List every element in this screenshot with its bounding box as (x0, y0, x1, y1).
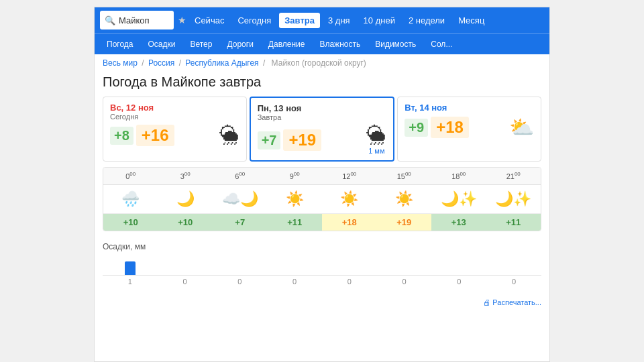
hour-icon-cloudmoon: ☁️🌙 (222, 190, 258, 208)
hour-icon-3: 🌙 (158, 185, 213, 213)
hour-icon-18: 🌙✨ (431, 185, 486, 213)
days-row: Вс, 12 ноя Сегодня +8 +16 🌦 Пн, 13 ноя З… (95, 97, 549, 162)
nav-btn-osadki[interactable]: Осадки (142, 38, 182, 51)
temps-today: +8 +16 (110, 125, 174, 146)
precip-val-1: 0 (158, 276, 213, 288)
hour-icon-21: 🌙✨ (486, 185, 541, 213)
hour-time-9: 900 (290, 172, 300, 180)
hour-icon-0: 🌧️ (103, 185, 158, 213)
day-content-today: +8 +16 🌦 (110, 125, 239, 146)
precip-bar-col-1 (158, 255, 213, 275)
nav-btn-3dnya[interactable]: 3 дня (323, 13, 356, 28)
precip-chart (103, 255, 541, 276)
hourly-section: 000 300 600 900 1200 1500 1800 (103, 167, 541, 231)
nav-btn-davlenie[interactable]: Давление (262, 38, 312, 51)
nav-btn-segodnya[interactable]: Сегодня (232, 13, 276, 28)
precip-val-6: 0 (432, 276, 487, 288)
nav-btn-zavtra[interactable]: Завтра (279, 13, 320, 28)
weather-col-tomorrow: 🌦 1 мм (366, 125, 386, 155)
hourly-times: 000 300 600 900 1200 1500 1800 (103, 168, 541, 185)
nav-btn-dorogi[interactable]: Дороги (220, 38, 260, 51)
hour-col-21: 2100 (486, 168, 541, 184)
day-name-today: Вс, 12 ноя (110, 103, 239, 113)
weather-icon-tomorrow: 🌦 (366, 124, 386, 146)
hour-temp-9: +11 (268, 214, 323, 231)
day-card-tomorrow: Пн, 13 ноя Завтра +7 +19 🌦 1 мм (250, 97, 395, 162)
precip-val-5: 0 (377, 276, 432, 288)
precip-bar-col-6 (432, 255, 487, 275)
hour-time-12: 1200 (342, 172, 356, 180)
star-icon[interactable]: ★ (178, 15, 186, 25)
hour-icon-9: ☀️ (268, 185, 323, 213)
precip-section: Осадки, мм (103, 237, 541, 290)
day-content-tomorrow: +7 +19 🌦 1 мм (258, 125, 387, 155)
temp-max-tomorrow: +19 (283, 129, 321, 151)
precip-val-7: 0 (486, 276, 541, 288)
breadcrumb-current: Майкоп (городской округ) (272, 58, 366, 68)
hour-col-6: 600 (213, 168, 268, 184)
nav-btn-vidimost[interactable]: Видимость (368, 38, 423, 51)
hour-icon-stars18: 🌙✨ (441, 190, 477, 208)
hour-col-3: 300 (158, 168, 213, 184)
nav-btn-sol[interactable]: Сол... (424, 38, 459, 51)
hour-temp-3: +10 (158, 214, 213, 231)
hour-icon-sun9: ☀️ (286, 190, 304, 208)
nav-btn-mesyats[interactable]: Месяц (453, 13, 490, 28)
hour-col-12: 1200 (322, 168, 377, 184)
hour-time-3: 300 (180, 172, 191, 180)
hour-col-9: 900 (268, 168, 323, 184)
temp-min-day3: +9 (405, 119, 428, 137)
day-card-day3: Вт, 14 ноя +9 +18 ⛅ (397, 97, 541, 162)
breadcrumb: Весь мир / Россия / Республика Адыгея / … (95, 54, 549, 72)
precip-bar-col-5 (377, 255, 432, 275)
hour-temp-18: +13 (431, 214, 486, 231)
precip-val-4: 0 (322, 276, 377, 288)
precip-val-2: 0 (213, 276, 268, 288)
nav-btn-vlazhnost[interactable]: Влажность (313, 38, 367, 51)
search-box[interactable]: 🔍 Майкоп (100, 11, 174, 29)
hour-time-0: 000 (125, 172, 136, 180)
hour-temp-6: +7 (213, 214, 268, 231)
main-container: 🔍 Майкоп ★ Сейчас Сегодня Завтра 3 дня 1… (94, 7, 550, 362)
hour-temp-12: +18 (322, 214, 377, 231)
hour-col-15: 1500 (377, 168, 432, 184)
nav-btn-veter[interactable]: Ветер (183, 38, 219, 51)
weather-icon-today: 🌦 (219, 125, 239, 145)
hour-col-18: 1800 (431, 168, 486, 184)
print-row[interactable]: 🖨 Распечатать... (95, 296, 549, 309)
hour-icon-stars21: 🌙✨ (495, 190, 531, 208)
precip-bar-col-0 (103, 255, 158, 275)
day-name-day3: Вт, 14 ноя (405, 103, 534, 113)
hour-icon-moon: 🌙 (176, 190, 195, 208)
hourly-temps: +10 +10 +7 +11 +18 +19 +13 +11 (103, 214, 541, 231)
hour-time-15: 1500 (397, 172, 411, 180)
weather-icon-day3: ⛅ (509, 117, 534, 137)
precip-bar-col-3 (267, 255, 322, 275)
nav-btn-10dney[interactable]: 10 дней (358, 13, 400, 28)
search-text: Майкоп (119, 15, 150, 25)
nav-btn-2nedeli[interactable]: 2 недели (403, 13, 450, 28)
nav-btn-seychas[interactable]: Сейчас (189, 13, 229, 28)
page-wrapper: 🔍 Майкоп ★ Сейчас Сегодня Завтра 3 дня 1… (0, 0, 644, 362)
precip-label-tomorrow: 1 мм (366, 147, 386, 155)
temp-min-today: +8 (110, 127, 133, 145)
day-name-tomorrow: Пн, 13 ноя (258, 103, 387, 113)
day-label-today: Сегодня (110, 113, 239, 121)
breadcrumb-link-adygea[interactable]: Республика Адыгея (185, 58, 258, 68)
precip-val-0: 1 (103, 276, 158, 288)
hourly-icons: 🌧️ 🌙 ☁️🌙 ☀️ ☀️ ☀️ 🌙✨ (103, 185, 541, 214)
search-icon: 🔍 (105, 15, 115, 25)
page-title: Погода в Майкопе завтра (95, 72, 549, 97)
hour-icon-sun15: ☀️ (395, 190, 413, 208)
nav-btn-pogoda[interactable]: Погода (100, 38, 140, 51)
hour-icon-sun12: ☀️ (340, 190, 358, 208)
temps-day3: +9 +18 (405, 117, 469, 138)
breadcrumb-link-world[interactable]: Весь мир (103, 58, 138, 68)
precip-val-3: 0 (267, 276, 322, 288)
hour-icon-rain: 🌧️ (121, 190, 140, 208)
hour-temp-21: +11 (486, 214, 541, 231)
second-nav: Погода Осадки Ветер Дороги Давление Влаж… (95, 33, 549, 54)
hour-icon-12: ☀️ (322, 185, 377, 213)
breadcrumb-link-russia[interactable]: Россия (148, 58, 174, 68)
day-card-today: Вс, 12 ноя Сегодня +8 +16 🌦 (103, 97, 247, 162)
